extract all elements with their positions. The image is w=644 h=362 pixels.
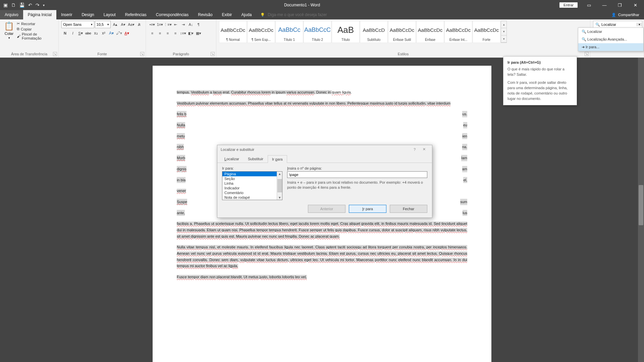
dialog-tab-goto[interactable]: Ir para	[268, 155, 287, 163]
style--nfase[interactable]: AaBbCcDcÊnfase	[416, 21, 444, 43]
style-t-tulo-2[interactable]: AaBbCcCTítulo 2	[304, 21, 331, 43]
ribbon-options-icon[interactable]: ▭	[582, 0, 596, 10]
superscript-button[interactable]: x²	[100, 29, 107, 37]
format-painter-button[interactable]: 🖌Pincel de Formatação	[17, 32, 56, 40]
vertical-scrollbar[interactable]	[638, 58, 644, 362]
close-icon[interactable]: ✕	[628, 0, 643, 10]
align-center-icon[interactable]: ≡	[156, 29, 164, 37]
sort-icon[interactable]: A↓	[187, 21, 195, 28]
list-item[interactable]: Seção	[222, 176, 277, 181]
font-color-icon[interactable]: A▾	[123, 29, 130, 37]
scroll-down-icon[interactable]: ▾	[279, 195, 281, 200]
tab-design[interactable]: Design	[77, 10, 99, 19]
help-icon[interactable]: ?	[410, 147, 419, 152]
style--normal[interactable]: AaBbCcDc¶ Normal	[219, 21, 247, 43]
tab-home[interactable]: Página Inicial	[23, 10, 56, 19]
text-effects-icon[interactable]: A▾	[108, 29, 115, 37]
scroll-down-icon[interactable]: ▾	[501, 28, 506, 35]
dialog-titlebar[interactable]: Localizar e substituir ? ✕	[217, 145, 432, 154]
goto-listbox[interactable]: PáginaSeçãoLinhaIndicadorComentárioNota …	[222, 171, 282, 200]
goto-button[interactable]: Ir para	[349, 205, 386, 213]
save-icon[interactable]: 💾	[19, 2, 25, 8]
tab-mailings[interactable]: Correspondências	[151, 10, 193, 19]
scroll-up-icon[interactable]: ▴	[501, 21, 506, 28]
tell-me[interactable]: 💡	[260, 10, 355, 19]
grow-font-icon[interactable]: A▴	[111, 21, 119, 28]
dialog-launcher-icon[interactable]: ↘	[585, 52, 589, 56]
style-t-tulo-1[interactable]: AaBbCcTítulo 1	[275, 21, 303, 43]
sign-in-button[interactable]: Entrar	[559, 2, 578, 8]
font-name-combo[interactable]: Open Sans▾	[61, 21, 94, 28]
maximize-icon[interactable]: ❐	[612, 0, 627, 10]
bold-button[interactable]: N	[61, 29, 69, 37]
minimize-icon[interactable]: —	[597, 0, 612, 10]
close-button[interactable]: Fechar	[390, 205, 427, 213]
italic-button[interactable]: I	[69, 29, 76, 37]
scroll-up-icon[interactable]: ▴	[279, 172, 281, 176]
underline-button[interactable]: S▾	[77, 29, 84, 37]
numbering-icon[interactable]: 1≡▾	[156, 21, 164, 28]
tab-help[interactable]: Ajuda	[237, 10, 257, 19]
tab-view[interactable]: Exibir	[217, 10, 237, 19]
shrink-font-icon[interactable]: A▾	[119, 21, 127, 28]
multilevel-icon[interactable]: ⋮≡▾	[164, 21, 171, 28]
menu-item-advanced-find[interactable]: 🔍 Localização Avançada...	[578, 36, 643, 43]
paste-button[interactable]: 📋 Colar ▾	[3, 21, 15, 40]
show-marks-icon[interactable]: ¶	[195, 21, 202, 28]
style-forte[interactable]: AaBbCcDcForte	[473, 21, 500, 43]
style--sem-esp-[interactable]: AaBbCcDc¶ Sem Esp...	[247, 21, 275, 43]
list-item[interactable]: Comentário	[222, 190, 277, 195]
listbox-scrollbar[interactable]: ▴▾	[277, 172, 282, 200]
decrease-indent-icon[interactable]: ⇤	[172, 21, 179, 28]
styles-more-icon[interactable]: ▾	[501, 36, 506, 43]
cut-button[interactable]: ✂Recortar	[17, 21, 56, 26]
scrollbar-thumb[interactable]	[277, 179, 282, 192]
dialog-launcher-icon[interactable]: ↘	[140, 52, 144, 56]
find-split-button[interactable]: 🔍Localizar ▾	[593, 21, 642, 28]
tell-me-input[interactable]	[268, 12, 355, 17]
style-t-tulo[interactable]: AaBTítulo	[332, 21, 360, 43]
qat-customize-icon[interactable]: ▾	[43, 3, 45, 7]
new-doc-icon[interactable]: 🗋	[11, 2, 16, 8]
folder-icon[interactable]: ▣	[3, 2, 8, 8]
style--nfase-sutil[interactable]: AaBbCcDcÊnfase Sutil	[388, 21, 416, 43]
menu-item-goto[interactable]: ➜ Ir para...	[578, 43, 643, 51]
borders-icon[interactable]: ▦▾	[195, 29, 202, 37]
dialog-launcher-icon[interactable]: ↘	[53, 52, 57, 56]
tab-review[interactable]: Revisão	[193, 10, 217, 19]
redo-icon[interactable]: ↷	[36, 2, 40, 8]
clear-format-icon[interactable]: A̷	[136, 21, 143, 28]
list-item[interactable]: Indicador	[222, 186, 277, 190]
undo-icon[interactable]: ↶	[28, 2, 32, 8]
shading-icon[interactable]: ◧▾	[187, 29, 195, 37]
list-item[interactable]: Linha	[222, 181, 277, 186]
tab-layout[interactable]: Layout	[99, 10, 120, 19]
font-size-combo[interactable]: 10,5▾	[95, 21, 111, 28]
tab-references[interactable]: Referências	[120, 10, 151, 19]
increase-indent-icon[interactable]: ⇥	[179, 21, 187, 28]
previous-button[interactable]: Anterior	[308, 205, 345, 213]
style--nfase-int-[interactable]: AaBbCcDcÊnfase Int...	[444, 21, 472, 43]
highlight-icon[interactable]: 🖍▾	[115, 29, 123, 37]
list-item[interactable]: Página	[222, 172, 277, 176]
list-item[interactable]: Nota de rodapé	[222, 195, 277, 200]
close-icon[interactable]: ✕	[419, 147, 429, 152]
tab-file[interactable]: Arquivo	[0, 10, 23, 19]
strikethrough-button[interactable]: abc	[85, 29, 92, 37]
page-number-input[interactable]	[287, 171, 427, 178]
change-case-icon[interactable]: Aa▾	[127, 21, 135, 28]
subscript-button[interactable]: x₂	[92, 29, 100, 37]
justify-icon[interactable]: ≡	[172, 29, 179, 37]
find-dropdown-icon[interactable]: ▾	[637, 23, 642, 26]
align-left-icon[interactable]: ≡	[149, 29, 156, 37]
styles-scroll[interactable]: ▴▾▾	[501, 21, 507, 43]
dialog-tab-replace[interactable]: Substituir	[244, 155, 268, 163]
bullets-icon[interactable]: •≡▾	[149, 21, 156, 28]
dialog-tab-find[interactable]: Localizar	[220, 155, 244, 163]
tab-insert[interactable]: Inserir	[56, 10, 77, 19]
line-spacing-icon[interactable]: ↕≡▾	[179, 29, 187, 37]
copy-button[interactable]: ⧉Copiar	[17, 27, 56, 31]
share-button[interactable]: 👤 Compartilhar	[607, 10, 644, 19]
menu-item-find[interactable]: 🔍 Localizar	[578, 28, 643, 36]
align-right-icon[interactable]: ≡	[164, 29, 171, 37]
